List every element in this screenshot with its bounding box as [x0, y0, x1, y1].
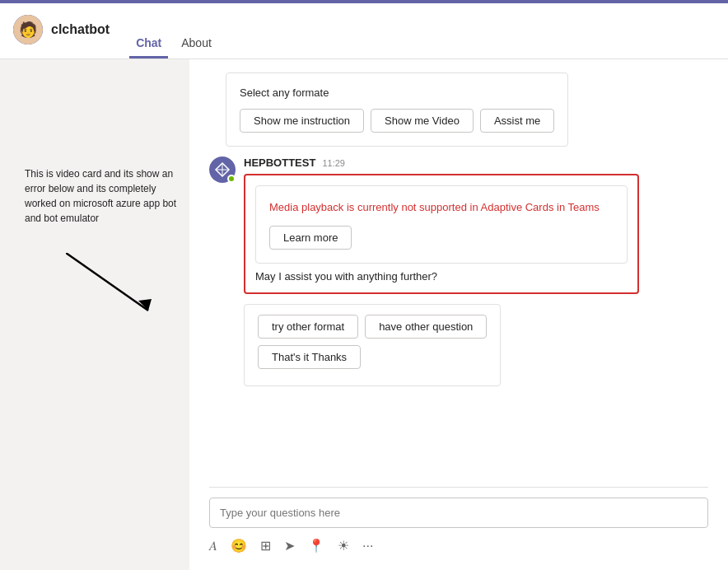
assist-text: May I assist you with anything further? — [255, 264, 628, 283]
location-icon[interactable]: 📍 — [308, 538, 324, 554]
top-accent-bar — [0, 0, 728, 3]
chat-input[interactable] — [209, 498, 708, 528]
input-area: 𝐴 😊 ⊞ ➤ 📍 ☀ ··· — [209, 487, 708, 557]
bot-time: 11:29 — [322, 158, 345, 168]
show-video-button[interactable]: Show me Video — [371, 109, 474, 133]
learn-more-button[interactable]: Learn more — [269, 226, 352, 250]
try-other-format-button[interactable]: try other format — [258, 315, 358, 339]
show-instruction-button[interactable]: Show me instruction — [240, 109, 364, 133]
error-card: Media playback is currently not supporte… — [255, 185, 628, 264]
error-text: Media playback is currently not supporte… — [269, 199, 614, 216]
bot-name: HEPBOTTEST — [244, 157, 315, 169]
avatar: 🧑 — [13, 15, 43, 44]
chat-messages: Select any formate Show me instruction S… — [209, 72, 708, 480]
format-buttons: Show me instruction Show me Video Assist… — [240, 109, 554, 133]
have-other-question-button[interactable]: have other question — [365, 315, 487, 339]
more-icon[interactable]: ··· — [362, 539, 373, 554]
attach-icon[interactable]: ⊞ — [260, 538, 271, 554]
followup-row-2: That's it Thanks — [258, 345, 487, 369]
bot-message-body: HEPBOTTEST 11:29 Media playback is curre… — [244, 157, 639, 294]
format-card-title: Select any formate — [240, 86, 554, 99]
assist-me-button[interactable]: Assist me — [480, 109, 554, 133]
chat-area: Select any formate Show me instruction S… — [189, 59, 728, 570]
bot-message-container: HEPBOTTEST 11:29 Media playback is curre… — [209, 157, 708, 294]
tab-chat[interactable]: Chat — [129, 0, 168, 58]
nav-tabs: Chat About — [129, 0, 225, 58]
thats-it-thanks-button[interactable]: That's it Thanks — [258, 345, 361, 369]
annotation-text: This is video card and its show an error… — [25, 166, 177, 226]
followup-row-1: try other format have other question — [258, 315, 487, 339]
tab-about[interactable]: About — [175, 0, 218, 58]
bot-avatar — [209, 157, 236, 183]
left-panel: This is video card and its show an error… — [0, 59, 189, 570]
input-toolbar: 𝐴 😊 ⊞ ➤ 📍 ☀ ··· — [209, 535, 708, 557]
bot-status-dot — [227, 175, 236, 183]
format-text-icon[interactable]: 𝐴 — [209, 539, 217, 554]
emoji-icon[interactable]: 😊 — [231, 538, 247, 554]
main-layout: This is video card and its show an error… — [0, 59, 728, 570]
followup-card: try other format have other question Tha… — [244, 304, 501, 386]
annotation-arrow — [66, 253, 165, 319]
options-icon[interactable]: ☀ — [338, 538, 349, 554]
app-header: 🧑 clchatbot Chat About — [0, 0, 728, 59]
send-icon[interactable]: ➤ — [284, 538, 295, 554]
avatar-image: 🧑 — [13, 15, 43, 44]
svg-line-0 — [66, 253, 148, 311]
app-title: clchatbot — [51, 22, 110, 37]
format-card: Select any formate Show me instruction S… — [226, 72, 568, 147]
bot-message-header: HEPBOTTEST 11:29 — [244, 157, 639, 169]
highlight-box: Media playback is currently not supporte… — [244, 174, 639, 294]
